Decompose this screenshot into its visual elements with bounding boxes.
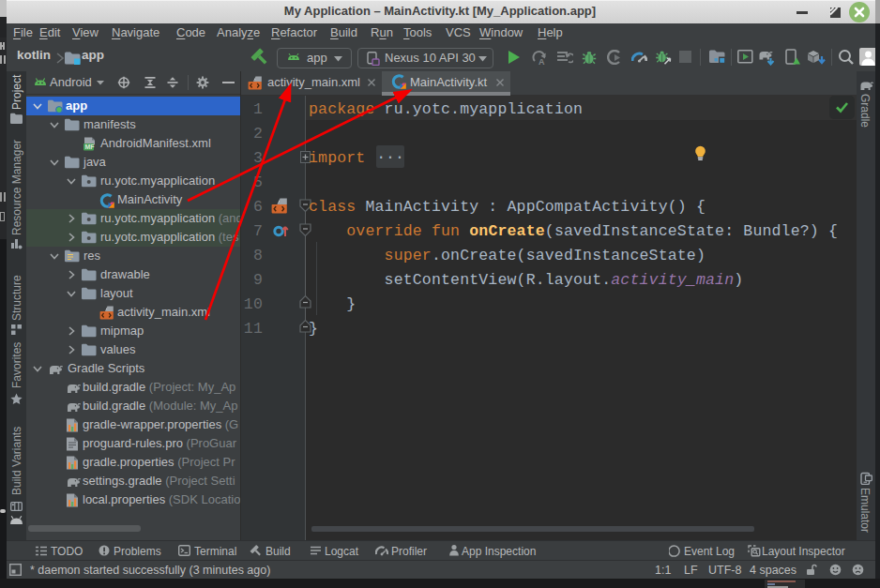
svg-text:MF: MF (84, 143, 95, 150)
svg-text:A: A (539, 57, 545, 66)
